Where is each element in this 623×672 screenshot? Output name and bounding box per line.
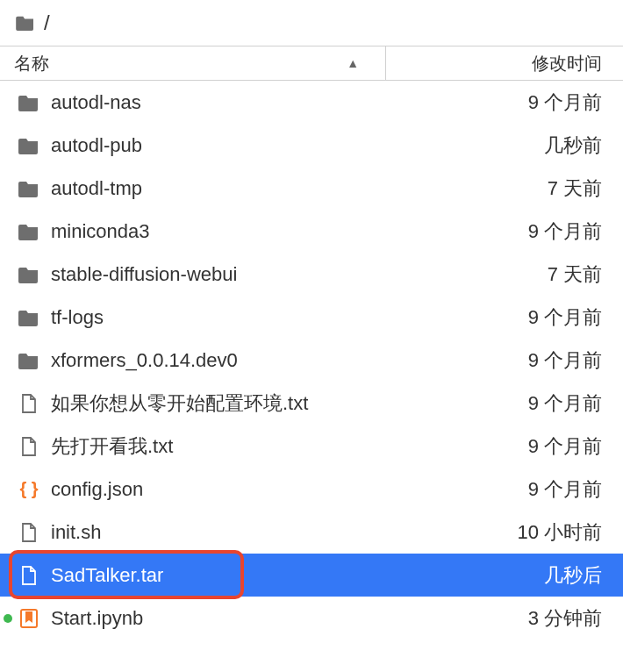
file-icon bbox=[18, 564, 40, 587]
json-icon: { } bbox=[18, 478, 40, 501]
breadcrumb: / bbox=[0, 0, 623, 46]
status-running-icon bbox=[4, 614, 12, 623]
file-modified-time: 9 个月前 bbox=[518, 89, 602, 116]
folder-icon bbox=[18, 220, 40, 243]
file-modified-time: 7 天前 bbox=[537, 261, 602, 288]
file-row[interactable]: SadTalker.tar几秒后 bbox=[0, 554, 623, 597]
file-row[interactable]: xformers_0.0.14.dev09 个月前 bbox=[0, 339, 623, 382]
file-name: stable-diffusion-webui bbox=[51, 263, 537, 286]
file-row[interactable]: miniconda39 个月前 bbox=[0, 210, 623, 253]
file-name: miniconda3 bbox=[51, 220, 518, 243]
folder-icon bbox=[18, 134, 40, 157]
file-name: tf-logs bbox=[51, 306, 518, 329]
folder-icon bbox=[18, 91, 40, 114]
file-name: Start.ipynb bbox=[51, 607, 518, 630]
file-row[interactable]: 如果你想从零开始配置环境.txt9 个月前 bbox=[0, 382, 623, 425]
column-header-modified[interactable]: 修改时间 bbox=[386, 46, 623, 80]
file-modified-time: 7 天前 bbox=[537, 175, 602, 202]
file-modified-time: 9 个月前 bbox=[518, 476, 602, 503]
folder-icon bbox=[16, 15, 35, 31]
file-row[interactable]: init.sh10 小时前 bbox=[0, 511, 623, 554]
file-name: autodl-nas bbox=[51, 91, 518, 114]
folder-icon bbox=[18, 349, 40, 372]
file-name: config.json bbox=[51, 478, 518, 501]
file-modified-time: 9 个月前 bbox=[518, 433, 602, 460]
file-modified-time: 9 个月前 bbox=[518, 218, 602, 245]
file-row[interactable]: autodl-tmp7 天前 bbox=[0, 167, 623, 210]
notebook-icon bbox=[18, 607, 40, 630]
breadcrumb-path[interactable]: / bbox=[44, 11, 50, 35]
file-name: init.sh bbox=[51, 521, 506, 544]
file-row[interactable]: { }config.json9 个月前 bbox=[0, 468, 623, 511]
file-name: xformers_0.0.14.dev0 bbox=[51, 349, 518, 372]
file-modified-time: 几秒后 bbox=[533, 562, 602, 589]
sort-ascending-icon: ▲ bbox=[347, 56, 359, 70]
file-modified-time: 9 个月前 bbox=[518, 347, 602, 374]
file-modified-time: 9 个月前 bbox=[518, 390, 602, 417]
file-name: 先打开看我.txt bbox=[51, 433, 518, 460]
file-row[interactable]: stable-diffusion-webui7 天前 bbox=[0, 253, 623, 296]
column-header-name[interactable]: 名称 ▲ bbox=[0, 46, 386, 80]
file-row[interactable]: tf-logs9 个月前 bbox=[0, 296, 623, 339]
table-header: 名称 ▲ 修改时间 bbox=[0, 46, 623, 81]
file-name: 如果你想从零开始配置环境.txt bbox=[51, 390, 518, 417]
folder-icon bbox=[18, 306, 40, 329]
file-modified-time: 几秒前 bbox=[533, 132, 602, 159]
file-icon bbox=[18, 392, 40, 415]
file-name: autodl-tmp bbox=[51, 177, 537, 200]
folder-icon bbox=[18, 263, 40, 286]
folder-icon bbox=[18, 177, 40, 200]
file-icon bbox=[18, 435, 40, 458]
file-modified-time: 3 分钟前 bbox=[518, 605, 602, 632]
file-row[interactable]: autodl-pub几秒前 bbox=[0, 124, 623, 167]
file-row[interactable]: autodl-nas9 个月前 bbox=[0, 81, 623, 124]
file-list: autodl-nas9 个月前autodl-pub几秒前autodl-tmp7 … bbox=[0, 81, 623, 640]
file-modified-time: 9 个月前 bbox=[518, 304, 602, 331]
file-row[interactable]: Start.ipynb3 分钟前 bbox=[0, 597, 623, 640]
file-name: autodl-pub bbox=[51, 134, 533, 157]
file-row[interactable]: 先打开看我.txt9 个月前 bbox=[0, 425, 623, 468]
file-modified-time: 10 小时前 bbox=[506, 519, 602, 546]
file-name: SadTalker.tar bbox=[51, 564, 533, 587]
svg-text:{ }: { } bbox=[19, 479, 38, 498]
file-icon bbox=[18, 521, 40, 544]
